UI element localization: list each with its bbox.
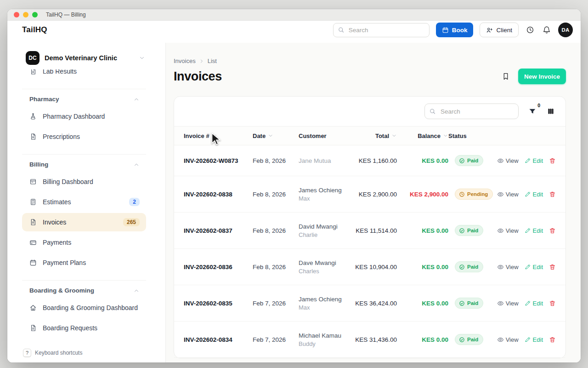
view-label: View bbox=[506, 264, 519, 270]
sidebar-item-estimates[interactable]: Estimates 2 bbox=[22, 193, 146, 211]
invoice-date: Feb 8, 2026 bbox=[253, 157, 299, 164]
invoice-balance: KES 2,900.00 bbox=[397, 191, 448, 198]
sidebar-item-prescriptions[interactable]: Prescriptions bbox=[22, 127, 146, 146]
app-logo[interactable]: TailHQ bbox=[22, 25, 47, 34]
edit-label: Edit bbox=[533, 227, 543, 234]
sidebar-section: Pharmacy Pharmacy Dashboard Prescription… bbox=[22, 89, 146, 146]
sidebar-item-billing-dashboard[interactable]: Billing Dashboard bbox=[22, 172, 146, 191]
chevron-up-icon bbox=[133, 161, 140, 168]
book-button[interactable]: Book bbox=[436, 23, 474, 37]
table-row[interactable]: INV-202602-0838 Feb 8, 2026 James Ochien… bbox=[174, 176, 565, 213]
edit-button[interactable]: Edit bbox=[525, 227, 543, 234]
sidebar-item-payment-plans[interactable]: Payment Plans bbox=[22, 253, 146, 272]
file-icon bbox=[29, 69, 37, 75]
check-circle-icon bbox=[459, 228, 465, 234]
invoice-balance: KES 0.00 bbox=[397, 336, 448, 343]
bell-icon bbox=[543, 26, 551, 34]
table-search-input[interactable] bbox=[424, 104, 519, 119]
filter-button[interactable]: 0 bbox=[528, 107, 537, 116]
sidebar-section-header[interactable]: Billing bbox=[22, 155, 146, 172]
edit-button[interactable]: Edit bbox=[525, 300, 543, 307]
breadcrumb-current: List bbox=[208, 58, 217, 64]
global-search[interactable] bbox=[333, 23, 430, 37]
invoice-date: Feb 8, 2026 bbox=[253, 191, 299, 198]
chevron-right-icon bbox=[199, 58, 204, 64]
check-circle-icon bbox=[459, 337, 465, 343]
delete-button[interactable] bbox=[549, 336, 556, 343]
status-cell: Paid bbox=[448, 155, 494, 166]
delete-button[interactable] bbox=[549, 227, 556, 234]
calendar-icon bbox=[29, 259, 37, 266]
sidebar-section-label: Billing bbox=[29, 161, 48, 168]
sidebar-section-header[interactable]: Boarding & Grooming bbox=[22, 281, 146, 299]
avatar[interactable]: DA bbox=[558, 23, 573, 37]
table-row[interactable]: INV-202602-0836 Feb 8, 2026 Dave Mwangi … bbox=[174, 249, 565, 285]
view-button[interactable]: View bbox=[497, 227, 519, 234]
customer-name: David Mwangi bbox=[299, 223, 350, 230]
sidebar-section-label: Pharmacy bbox=[29, 96, 59, 103]
status-label: Paid bbox=[467, 158, 478, 163]
sidebar-item-label: Payments bbox=[43, 239, 140, 246]
column-header[interactable]: Date bbox=[253, 132, 299, 139]
column-header-label: Balance bbox=[418, 132, 441, 139]
breadcrumb-root[interactable]: Invoices bbox=[174, 58, 196, 64]
table-row[interactable]: INV-202602-0837 Feb 8, 2026 David Mwangi… bbox=[174, 213, 565, 249]
sidebar-item-payments[interactable]: Payments bbox=[22, 233, 146, 252]
row-actions: View Edit bbox=[494, 336, 556, 343]
delete-button[interactable] bbox=[549, 264, 556, 270]
sidebar-item-badge: 265 bbox=[123, 218, 140, 226]
edit-button[interactable]: Edit bbox=[525, 336, 543, 343]
sidebar-item-invoices[interactable]: Invoices 265 bbox=[22, 213, 146, 231]
eye-icon bbox=[497, 191, 504, 198]
delete-button[interactable] bbox=[549, 300, 556, 307]
desktop-background: TailHQ — Billing TailHQ Book Client bbox=[0, 0, 588, 368]
view-label: View bbox=[506, 300, 519, 307]
close-window-button[interactable] bbox=[14, 12, 19, 17]
sidebar-item-pharmacy-dashboard[interactable]: Pharmacy Dashboard bbox=[22, 107, 146, 126]
history-button[interactable] bbox=[525, 25, 535, 35]
bookmark-button[interactable] bbox=[501, 71, 511, 81]
client-button[interactable]: Client bbox=[480, 23, 519, 37]
edit-button[interactable]: Edit bbox=[525, 191, 543, 198]
eye-icon bbox=[497, 300, 504, 307]
delete-button[interactable] bbox=[549, 191, 556, 198]
table-row[interactable]: INV-202602-0834 Feb 7, 2026 Michael Kama… bbox=[174, 322, 565, 358]
minimize-window-button[interactable] bbox=[23, 12, 28, 17]
view-button[interactable]: View bbox=[497, 191, 519, 198]
status-cell: Paid bbox=[448, 334, 494, 345]
status-label: Pending bbox=[467, 191, 488, 197]
edit-button[interactable]: Edit bbox=[525, 264, 543, 270]
view-button[interactable]: View bbox=[497, 157, 519, 164]
edit-label: Edit bbox=[533, 336, 543, 343]
view-button[interactable]: View bbox=[497, 336, 519, 343]
keyboard-shortcuts-hint[interactable]: ? Keyboard shortcuts bbox=[23, 349, 82, 357]
book-label: Book bbox=[452, 27, 468, 34]
table-row[interactable]: INV-202602-W0873 Feb 8, 2026 Jane Mutua … bbox=[174, 145, 565, 176]
global-search-input[interactable] bbox=[333, 23, 430, 37]
delete-button[interactable] bbox=[549, 157, 556, 164]
notifications-button[interactable] bbox=[542, 25, 552, 35]
sidebar-section-header[interactable]: Pharmacy bbox=[22, 89, 146, 107]
clinic-selector[interactable]: DC Demo Veterinary Clinic bbox=[22, 47, 146, 69]
check-circle-icon bbox=[459, 264, 465, 270]
edit-button[interactable]: Edit bbox=[525, 157, 543, 164]
column-header[interactable]: Total bbox=[350, 132, 397, 139]
invoice-date: Feb 8, 2026 bbox=[253, 264, 299, 270]
table-row[interactable]: INV-202602-0835 Feb 7, 2026 James Ochien… bbox=[174, 285, 565, 322]
column-header[interactable]: Balance bbox=[397, 132, 448, 139]
sidebar-item-lab-results[interactable]: Lab Results bbox=[22, 69, 146, 80]
new-invoice-button[interactable]: New Invoice bbox=[518, 69, 566, 84]
view-button[interactable]: View bbox=[497, 300, 519, 307]
columns-button[interactable] bbox=[546, 107, 555, 116]
pencil-icon bbox=[525, 336, 531, 343]
sidebar-item-boarding-grooming-dashboard[interactable]: Boarding & Grooming Dashboard bbox=[22, 299, 146, 317]
zoom-window-button[interactable] bbox=[32, 12, 38, 17]
pencil-icon bbox=[525, 300, 531, 306]
table-search[interactable] bbox=[424, 104, 519, 119]
columns-icon bbox=[547, 108, 554, 115]
column-header[interactable]: Customer bbox=[299, 132, 350, 139]
column-header[interactable]: Status bbox=[448, 132, 494, 139]
view-button[interactable]: View bbox=[497, 264, 519, 270]
invoice-total: KES 2,900.00 bbox=[350, 191, 397, 198]
sidebar-item-boarding-requests[interactable]: Boarding Requests bbox=[22, 319, 146, 337]
